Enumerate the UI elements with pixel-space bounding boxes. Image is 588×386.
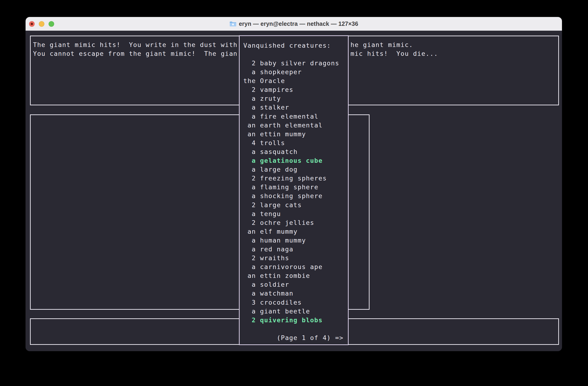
message-line: mic hits! You die...: [351, 49, 438, 58]
terminal-window: eryn — eryn@electra — nethack — 127×36 T…: [25, 17, 562, 351]
vanquished-entry: a watchman: [243, 289, 339, 298]
close-button[interactable]: [29, 21, 35, 27]
vanquished-entry: a zruty: [243, 94, 339, 103]
zoom-button[interactable]: [49, 21, 54, 27]
vanquished-entry: a red naga: [243, 245, 339, 254]
vanquished-entry: a shocking sphere: [243, 192, 339, 200]
message-line: The giant mimic hits! You write in the d…: [33, 41, 238, 49]
vanquished-entry: a gelatinous cube: [243, 156, 339, 165]
vanquished-entry: an ettin mummy: [243, 130, 339, 139]
vanquished-entry: a tengu: [243, 210, 339, 218]
vanquished-entry: an ettin zombie: [243, 271, 339, 280]
vanquished-entry: a sasquatch: [243, 148, 339, 156]
vanquished-entry: an elf mummy: [243, 227, 339, 236]
vanquished-entry: a human mummy: [243, 236, 339, 245]
pager-label: (Page 1 of 4) =>: [243, 333, 343, 342]
window-title-group: eryn — eryn@electra — nethack — 127×36: [229, 21, 358, 27]
vanquished-entry: 2 wraiths: [243, 254, 339, 262]
vanquished-entry: 2 freezing spheres: [243, 174, 339, 183]
vanquished-entry: 2 vampires: [243, 85, 339, 94]
vanquished-entry: a stalker: [243, 103, 339, 112]
vanquished-list: 2 baby silver dragons a shopkeeperthe Or…: [243, 59, 339, 325]
minimize-button[interactable]: [39, 21, 44, 27]
folder-icon: [229, 21, 237, 27]
vanquished-entry: a giant beetle: [243, 307, 339, 316]
titlebar[interactable]: eryn — eryn@electra — nethack — 127×36: [25, 17, 562, 31]
message-line: he giant mimic.: [351, 41, 438, 49]
vanquished-entry: 3 crocodiles: [243, 298, 339, 307]
traffic-lights: [29, 21, 54, 27]
vanquished-entry: a carnivorous ape: [243, 262, 339, 271]
vanquished-entry: the Oracle: [243, 77, 339, 85]
vanquished-entry: a soldier: [243, 280, 339, 289]
vanquished-popup: Vanquished creatures: 2 baby silver drag…: [239, 35, 349, 345]
vanquished-entry: an earth elemental: [243, 121, 339, 130]
vanquished-entry: a shopkeeper: [243, 68, 339, 77]
terminal-screen[interactable]: The giant mimic hits! You write in the d…: [25, 31, 562, 351]
vanquished-entry: a flaming sphere: [243, 183, 339, 192]
vanquished-entry: 2 quivering blobs: [243, 316, 339, 325]
vanquished-entry: a fire elemental: [243, 112, 339, 121]
vanquished-entry: 2 large cats: [243, 201, 339, 210]
vanquished-entry: a large dog: [243, 165, 339, 174]
message-area-left: The giant mimic hits! You write in the d…: [33, 41, 238, 58]
vanquished-entry: 4 trolls: [243, 139, 339, 148]
window-title: eryn — eryn@electra — nethack — 127×36: [239, 21, 358, 27]
vanquished-entry: 2 ochre jellies: [243, 218, 339, 227]
message-line: You cannot escape from the giant mimic! …: [33, 49, 238, 58]
popup-title: Vanquished creatures:: [243, 41, 331, 50]
message-area-right: he giant mimic. mic hits! You die...: [351, 41, 438, 58]
vanquished-entry: 2 baby silver dragons: [243, 59, 339, 68]
